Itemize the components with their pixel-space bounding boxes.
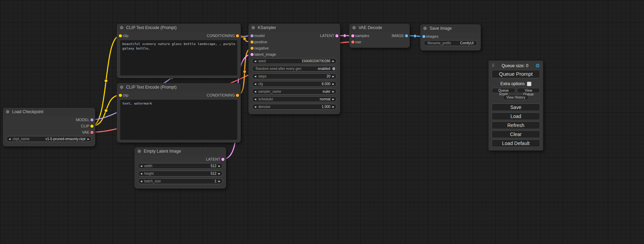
conditioning-output-port[interactable] xyxy=(236,94,239,97)
right-arrow-icon[interactable]: ▶ xyxy=(330,81,336,87)
node-title-bar: KSampler xyxy=(248,24,340,32)
left-arrow-icon[interactable]: ◀ xyxy=(7,136,12,142)
collapse-icon[interactable] xyxy=(352,26,356,29)
width-widget[interactable]: ◀ width 512 ▶ xyxy=(138,163,223,169)
node-save-image[interactable]: Save Image images filename_prefix ComfyU… xyxy=(420,24,481,51)
left-arrow-icon[interactable]: ◀ xyxy=(138,171,144,176)
left-arrow-icon[interactable]: ◀ xyxy=(252,89,258,94)
input-label: negative xyxy=(254,46,269,50)
vae-output-port[interactable] xyxy=(90,131,94,134)
random-seed-toggle-widget[interactable]: Random seed after every gen enabled xyxy=(252,66,337,72)
slot-row: images xyxy=(420,33,481,39)
right-arrow-icon[interactable]: ▶ xyxy=(330,74,336,79)
right-arrow-icon[interactable]: ▶ xyxy=(217,171,222,176)
node-vae-decode[interactable]: VAE Decode samples IMAGE vae xyxy=(349,24,410,48)
input-label: images xyxy=(426,34,438,38)
node-ksampler[interactable]: KSampler model LATENT positive negative … xyxy=(248,24,340,114)
input-label: vae xyxy=(355,40,361,44)
sampler-name-widget[interactable]: ◀ sampler_name euler ▶ xyxy=(252,89,337,94)
latent-output-port[interactable] xyxy=(335,34,338,37)
images-input-port[interactable] xyxy=(422,35,425,38)
queue-prompt-button[interactable]: Queue Prompt xyxy=(492,70,540,78)
model-input-port[interactable] xyxy=(250,34,254,37)
node-load-checkpoint[interactable]: Load Checkpoint MODEL CLIP VAE ◀ ckpt_na… xyxy=(3,108,95,146)
node-title: Save Image xyxy=(430,26,452,31)
load-default-button[interactable]: Load Default xyxy=(492,139,540,147)
settings-gear-icon[interactable]: ⚙ xyxy=(536,63,540,69)
clip-output-port[interactable] xyxy=(90,125,94,128)
collapse-icon[interactable] xyxy=(252,26,255,29)
drag-handle-icon[interactable]: ⠿ xyxy=(492,63,495,68)
scheduler-widget[interactable]: ◀ scheduler normal ▶ xyxy=(252,96,337,102)
left-arrow-icon[interactable]: ◀ xyxy=(252,58,258,64)
positive-input-port[interactable] xyxy=(250,40,254,44)
node-empty-latent-image[interactable]: Empty Latent Image LATENT ◀ width 512 ▶ … xyxy=(134,147,226,189)
refresh-button[interactable]: Refresh xyxy=(492,121,540,129)
collapse-icon[interactable] xyxy=(6,110,9,114)
cfg-widget[interactable]: ◀ cfg 8.000 ▶ xyxy=(252,81,337,87)
node-clip-text-encode-positive[interactable]: CLIP Text Encode (Prompt) clip CONDITION… xyxy=(117,24,241,78)
collapse-icon[interactable] xyxy=(423,27,427,30)
input-label: latent_image xyxy=(254,52,276,56)
left-arrow-icon[interactable]: ◀ xyxy=(138,163,144,169)
vae-input-port[interactable] xyxy=(351,40,354,44)
left-arrow-icon[interactable]: ◀ xyxy=(138,179,144,184)
view-queue-button[interactable]: View Queue xyxy=(517,88,540,93)
queue-size-label: Queue size: 0 xyxy=(495,63,536,68)
left-arrow-icon[interactable]: ◀ xyxy=(252,74,258,79)
latent-image-input-port[interactable] xyxy=(250,53,254,56)
load-button[interactable]: Load xyxy=(492,112,540,120)
output-label: CONDITIONING xyxy=(207,93,235,97)
input-label: model xyxy=(254,34,265,38)
model-output-port[interactable] xyxy=(90,118,94,121)
collapse-icon[interactable] xyxy=(138,150,141,153)
ckpt-name-widget[interactable]: ◀ ckpt_name v1-5-pruned-emaonly.ckpt ▶ xyxy=(6,136,92,142)
clear-button[interactable]: Clear xyxy=(492,130,540,138)
slot-row: negative xyxy=(248,45,340,51)
latent-output-port[interactable] xyxy=(221,158,224,161)
filename-prefix-widget[interactable]: filename_prefix ComfyUI xyxy=(424,40,477,46)
collapse-icon[interactable] xyxy=(120,85,123,89)
batch-size-widget[interactable]: ◀ batch_size 1 ▶ xyxy=(138,178,223,184)
negative-prompt-textarea[interactable]: text, watermark xyxy=(120,100,237,140)
image-output-port[interactable] xyxy=(405,34,408,37)
height-widget[interactable]: ◀ height 512 ▶ xyxy=(138,171,223,177)
widget-label: filename_prefix xyxy=(427,41,451,45)
save-button[interactable]: Save xyxy=(492,103,540,111)
seed-widget[interactable]: ◀ seed 156680208700286 ▶ xyxy=(252,58,337,64)
clip-input-port[interactable] xyxy=(119,94,122,97)
queue-front-button[interactable]: Queue Front xyxy=(492,88,515,93)
node-clip-text-encode-negative[interactable]: CLIP Text Encode (Prompt) clip CONDITION… xyxy=(117,83,241,143)
slot-row: clip CONDITIONING xyxy=(117,33,241,39)
steps-widget[interactable]: ◀ steps 20 ▶ xyxy=(252,73,337,79)
output-label: IMAGE xyxy=(392,34,404,38)
node-title-bar: Save Image xyxy=(420,24,481,33)
right-arrow-icon[interactable]: ▶ xyxy=(330,58,336,64)
view-history-button[interactable]: View History xyxy=(503,95,528,100)
left-arrow-icon[interactable]: ◀ xyxy=(252,104,258,109)
input-label: samples xyxy=(355,34,369,38)
right-arrow-icon[interactable]: ▶ xyxy=(330,104,336,109)
right-arrow-icon[interactable]: ▶ xyxy=(217,179,222,184)
samples-input-port[interactable] xyxy=(351,34,354,37)
right-arrow-icon[interactable]: ▶ xyxy=(86,136,91,142)
node-title-bar: CLIP Text Encode (Prompt) xyxy=(117,83,241,91)
positive-prompt-textarea[interactable]: beautiful scenery nature glass bottle la… xyxy=(120,40,237,75)
right-arrow-icon[interactable]: ▶ xyxy=(330,89,336,94)
denoise-widget[interactable]: ◀ denoise 1.000 ▶ xyxy=(252,104,337,110)
left-arrow-icon[interactable]: ◀ xyxy=(252,81,258,87)
output-label: MODEL xyxy=(76,118,89,122)
extra-options-checkbox[interactable] xyxy=(527,82,531,86)
negative-input-port[interactable] xyxy=(250,47,254,50)
left-arrow-icon[interactable]: ◀ xyxy=(252,97,258,102)
right-arrow-icon[interactable]: ▶ xyxy=(330,97,336,102)
node-graph-canvas[interactable]: Load Checkpoint MODEL CLIP VAE ◀ ckpt_na… xyxy=(0,0,644,244)
widget-value: 8.000 xyxy=(322,82,330,86)
collapse-icon[interactable] xyxy=(120,26,123,29)
clip-input-port[interactable] xyxy=(119,34,122,37)
output-label: VAE xyxy=(82,130,89,134)
toggle-knob-icon[interactable] xyxy=(332,67,335,70)
right-arrow-icon[interactable]: ▶ xyxy=(217,163,222,169)
conditioning-output-port[interactable] xyxy=(236,34,239,37)
output-label: LATENT xyxy=(206,157,220,161)
